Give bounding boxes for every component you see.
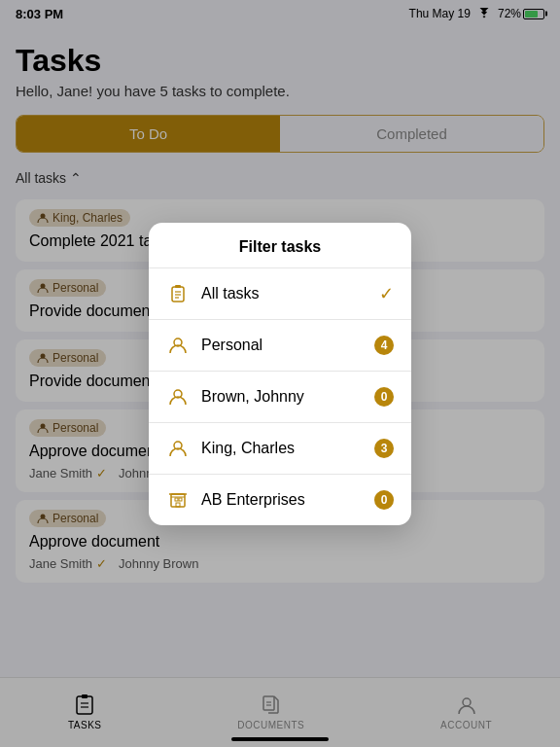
modal-title: Filter tasks — [149, 223, 411, 268]
filter-badge: 3 — [374, 439, 394, 458]
filter-option-all-tasks[interactable]: All tasks ✓ — [149, 268, 411, 320]
filter-badge: 0 — [374, 387, 394, 407]
filter-option-label: All tasks — [201, 285, 379, 302]
person-icon — [166, 385, 190, 409]
person-icon — [166, 334, 190, 357]
filter-option-label: Brown, Johnny — [201, 388, 368, 406]
filter-option-king-charles[interactable]: King, Charles 3 — [149, 423, 411, 475]
modal-overlay[interactable]: Filter tasks All tasks ✓ — [0, 0, 560, 747]
svg-rect-15 — [179, 498, 182, 501]
filter-option-label: Personal — [201, 337, 368, 354]
filter-badge: 0 — [374, 490, 394, 510]
filter-option-ab-enterprises[interactable]: AB Enterprises 0 — [149, 475, 411, 525]
home-indicator — [231, 737, 329, 741]
person-icon — [166, 437, 190, 460]
building-icon — [166, 488, 190, 512]
filter-option-label: King, Charles — [201, 440, 368, 457]
svg-rect-6 — [175, 285, 181, 288]
filter-option-label: AB Enterprises — [201, 491, 368, 509]
clipboard-icon — [166, 282, 190, 305]
filter-option-personal[interactable]: Personal 4 — [149, 320, 411, 372]
selected-checkmark-icon: ✓ — [379, 283, 394, 304]
filter-option-brown-johnny[interactable]: Brown, Johnny 0 — [149, 372, 411, 423]
svg-rect-14 — [175, 498, 178, 501]
filter-badge: 4 — [374, 336, 394, 355]
filter-modal: Filter tasks All tasks ✓ — [149, 223, 411, 525]
